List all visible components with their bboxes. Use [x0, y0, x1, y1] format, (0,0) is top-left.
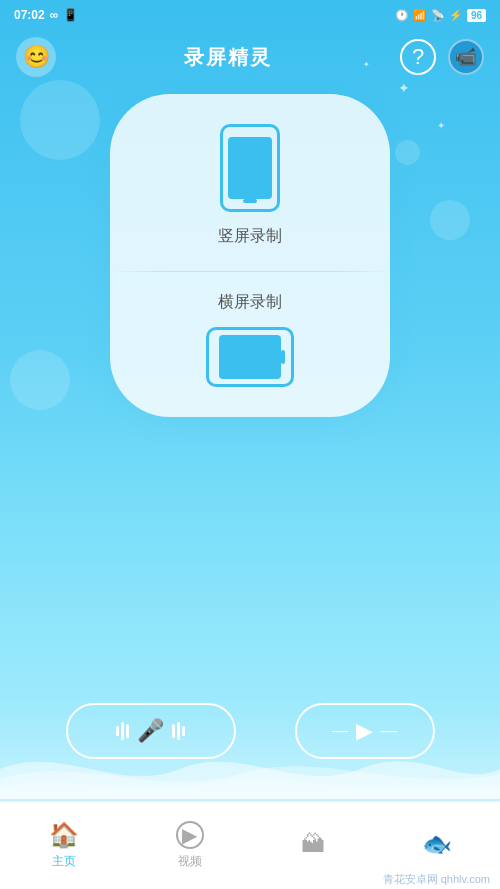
nav-video-label: 视频 — [178, 853, 202, 870]
clock-icon: 🕐 — [395, 9, 409, 22]
watermark: 青花安卓网 qhhlv.com — [383, 872, 490, 887]
portrait-label: 竖屏录制 — [218, 226, 282, 247]
help-button[interactable]: ? — [400, 39, 436, 75]
header-actions: ? 📹 — [400, 39, 484, 75]
portrait-screen — [228, 137, 272, 199]
wifi-icon: 📶 — [413, 9, 427, 22]
profile-icon: 🐟 — [422, 830, 452, 858]
portrait-section[interactable]: 竖屏录制 — [110, 94, 390, 271]
nav-home[interactable]: 🏠 主页 — [29, 813, 99, 878]
portrait-home-button — [243, 199, 257, 203]
question-icon: ? — [412, 44, 424, 70]
landscape-phone-icon — [206, 327, 294, 387]
app-title: 录屏精灵 — [184, 44, 272, 71]
wave-decoration — [0, 739, 500, 799]
status-phone: 📱 — [63, 8, 78, 22]
nav-gallery[interactable]: 🏔 — [281, 822, 345, 870]
home-icon: 🏠 — [49, 821, 79, 849]
status-infinity: ∞ — [50, 8, 59, 22]
signal-icon: 📡 — [431, 9, 445, 22]
record-icon: 📹 — [455, 46, 477, 68]
dash-right: — — [381, 722, 397, 740]
charging-icon: ⚡ — [449, 9, 463, 22]
gallery-icon: 🏔 — [301, 830, 325, 858]
portrait-phone-icon — [220, 124, 280, 212]
record-button[interactable]: 📹 — [448, 39, 484, 75]
nav-profile[interactable]: 🐟 — [402, 822, 472, 870]
landscape-screen — [219, 335, 281, 379]
status-time: 07:02 — [14, 8, 45, 22]
mic-bars-right — [172, 722, 185, 740]
landscape-label: 横屏录制 — [218, 292, 282, 313]
nav-home-label: 主页 — [52, 853, 76, 870]
dash-left: — — [332, 722, 348, 740]
mic-bars-left — [116, 722, 129, 740]
battery-level: 96 — [467, 9, 486, 22]
landscape-home-button — [281, 350, 285, 364]
video-nav-icon: ▶ — [176, 821, 204, 849]
status-right: 🕐 📶 📡 ⚡ 96 — [395, 9, 486, 22]
status-left: 07:02 ∞ 📱 — [14, 8, 78, 22]
header: 😊 录屏精灵 ? 📹 — [0, 30, 500, 84]
avatar-button[interactable]: 😊 — [16, 37, 56, 77]
status-bar: 07:02 ∞ 📱 🕐 📶 📡 ⚡ 96 — [0, 0, 500, 30]
nav-video[interactable]: ▶ 视频 — [156, 813, 224, 878]
landscape-section[interactable]: 横屏录制 — [110, 272, 390, 417]
main-card: 竖屏录制 横屏录制 — [110, 94, 390, 417]
